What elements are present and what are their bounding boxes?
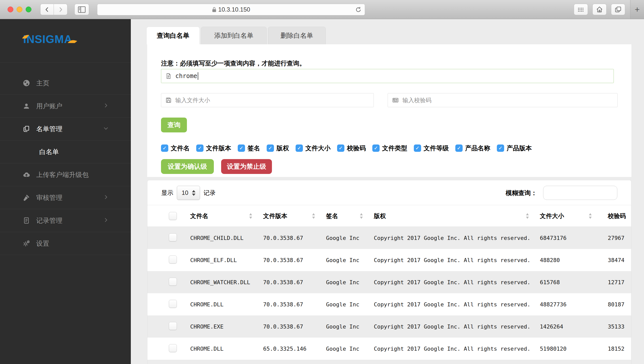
row-checkbox[interactable] — [169, 233, 177, 241]
checkbox-checked-icon[interactable]: ✓ — [455, 144, 463, 152]
filter-checkbox[interactable]: ✓文件类型 — [372, 144, 407, 152]
logo-swoosh-icon — [22, 29, 32, 42]
sidebar-item-upload-client-package[interactable]: 上传客户端升级包 — [0, 163, 131, 186]
table-cell: 70.0.3538.67 — [258, 235, 321, 241]
user-icon — [22, 102, 31, 110]
table-cell: CHROME_ELF.DLL — [185, 257, 258, 263]
filter-checkbox[interactable]: ✓签名 — [238, 144, 260, 152]
tab-query-whitelist[interactable]: 查询白名单 — [146, 27, 200, 44]
sidebar-item-whitelist[interactable]: 白名单 — [0, 140, 131, 163]
query-form-card: 注意：必须填写至少一项查询内容，才能进行查询。 chrome 输入文件大小 — [147, 44, 631, 177]
filter-checkbox[interactable]: ✓版权 — [267, 144, 289, 152]
sort-icon[interactable] — [359, 213, 363, 219]
filter-checkbox[interactable]: ✓产品版本 — [497, 144, 532, 152]
sidebar-item-record-management[interactable]: 记录管理 — [0, 209, 131, 232]
filter-checkbox[interactable]: ✓文件等级 — [414, 144, 449, 152]
filter-checkbox[interactable]: ✓校验码 — [337, 144, 366, 152]
table-cell: Copyright 2017 Google Inc. All rights re… — [369, 323, 535, 330]
sidebar-item-user-account[interactable]: 用户账户 — [0, 95, 131, 118]
zoom-window-button[interactable] — [26, 7, 31, 12]
sidebar-item-settings[interactable]: 设置 — [0, 232, 131, 255]
address-bar[interactable]: 10.3.10.150 — [97, 4, 365, 15]
forward-button[interactable] — [54, 4, 67, 15]
sidebar-toggle-button[interactable] — [74, 4, 89, 15]
checksum-input[interactable]: 输入校验码 — [388, 93, 618, 107]
table-cell: 38474 — [598, 257, 631, 263]
sidebar-item-label: 审核管理 — [36, 193, 62, 202]
column-header-filesize[interactable]: 文件大小 — [535, 212, 598, 220]
table-cell: Google Inc — [321, 323, 369, 330]
row-checkbox[interactable] — [169, 256, 177, 264]
checkbox-checked-icon[interactable]: ✓ — [372, 144, 380, 152]
filter-checkbox[interactable]: ✓文件版本 — [196, 144, 231, 152]
reload-button[interactable] — [355, 6, 362, 15]
row-checkbox[interactable] — [169, 278, 177, 286]
sort-icon[interactable] — [312, 213, 315, 219]
sidebar-item-audit-management[interactable]: 审核管理 — [0, 186, 131, 209]
chevron-right-icon — [103, 194, 109, 202]
close-window-button[interactable] — [8, 7, 13, 12]
checkbox-checked-icon[interactable]: ✓ — [161, 144, 168, 152]
home-icon — [596, 6, 603, 13]
screen: 10.3.10.150 + — [0, 0, 644, 364]
checkbox-checked-icon[interactable]: ✓ — [267, 144, 274, 152]
checkbox-checked-icon[interactable]: ✓ — [497, 144, 504, 152]
sidebar-item-label: 名单管理 — [36, 125, 62, 133]
page-size-select[interactable]: 10 — [177, 186, 200, 200]
sidebar-item-list-management[interactable]: 名单管理 — [0, 118, 131, 140]
table-body: CHROME_CHILD.DLL70.0.3538.67Google IncCo… — [147, 227, 631, 364]
filter-label: 校验码 — [347, 144, 366, 152]
column-header-checksum[interactable]: 校验码 — [598, 212, 631, 220]
sidebar-nav: 主页 用户账户 名单管理 — [0, 63, 131, 255]
table-cell: Google Inc — [321, 235, 369, 241]
new-tab-button[interactable]: + — [630, 0, 644, 19]
tab-delete-whitelist[interactable]: 删除白名单 — [268, 27, 326, 44]
main-content: 查询白名单 添加到白名单 删除白名单 注意：必须填写至少一项查询内容，才能进行查… — [131, 19, 644, 364]
plus-icon: + — [635, 5, 640, 14]
tab-add-to-whitelist[interactable]: 添加到白名单 — [201, 27, 267, 44]
checkbox-checked-icon[interactable]: ✓ — [414, 144, 421, 152]
grid-button[interactable] — [574, 4, 588, 15]
fuzzy-search-input[interactable] — [543, 186, 617, 200]
table-cell: Copyright 2017 Google Inc. All rights re… — [369, 301, 535, 308]
sidebar-item-home[interactable]: 主页 — [0, 72, 131, 95]
query-button[interactable]: 查询 — [161, 118, 187, 132]
table-cell: 615768 — [535, 279, 598, 285]
dots-grid-icon — [577, 7, 584, 13]
row-checkbox[interactable] — [169, 300, 177, 308]
filter-label: 文件等级 — [424, 144, 449, 152]
filter-checkbox[interactable]: ✓产品名称 — [455, 144, 490, 152]
sort-icon[interactable] — [249, 213, 253, 219]
filter-label: 文件版本 — [206, 144, 231, 152]
chevron-down-icon — [103, 125, 109, 133]
tab-overview-button[interactable] — [611, 4, 625, 15]
sort-icon[interactable] — [588, 213, 592, 219]
checkbox-checked-icon[interactable]: ✓ — [238, 144, 245, 152]
filter-checkbox[interactable]: ✓文件名 — [161, 144, 190, 152]
column-header-signature[interactable]: 签名 — [321, 212, 369, 220]
insigma-logo: INSIGMA — [23, 33, 72, 46]
column-header-filename[interactable]: 文件名 — [185, 212, 258, 220]
filename-input[interactable]: chrome — [161, 69, 614, 83]
checkbox-checked-icon[interactable]: ✓ — [296, 144, 303, 152]
home-button[interactable] — [592, 4, 607, 15]
row-checkbox[interactable] — [169, 322, 177, 330]
select-all-checkbox[interactable] — [169, 212, 177, 220]
set-confirm-level-button[interactable]: 设置为确认级 — [161, 159, 214, 174]
column-header-copyright[interactable]: 版权 — [369, 212, 535, 220]
filter-checkbox[interactable]: ✓文件大小 — [296, 144, 331, 152]
back-button[interactable] — [40, 4, 54, 15]
filesize-input[interactable]: 输入文件大小 — [161, 93, 374, 107]
row-checkbox[interactable] — [169, 344, 177, 352]
id-card-icon — [392, 97, 399, 103]
checkbox-checked-icon[interactable]: ✓ — [337, 144, 344, 152]
checkbox-checked-icon[interactable]: ✓ — [196, 144, 204, 152]
sort-icon[interactable] — [526, 213, 529, 219]
table-row: CHROME.DLL65.0.3325.146Google IncCopyrig… — [147, 338, 631, 360]
minimize-window-button[interactable] — [17, 7, 22, 12]
tab-overview-icon — [615, 6, 622, 13]
set-forbid-level-button[interactable]: 设置为禁止级 — [221, 159, 272, 174]
column-header-version[interactable]: 文件版本 — [258, 212, 321, 220]
filename-value: chrome — [175, 72, 197, 80]
table-cell: Google Inc — [321, 257, 369, 263]
